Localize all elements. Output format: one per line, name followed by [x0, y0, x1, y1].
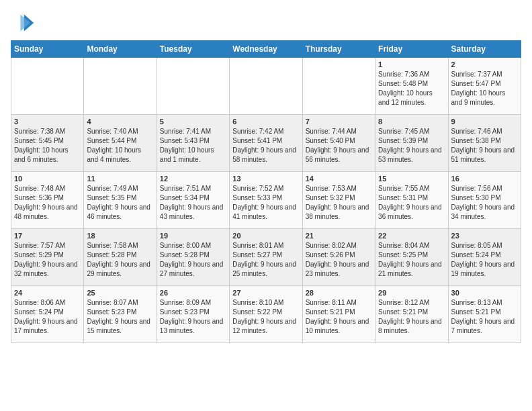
weekday-header: Sunday — [11, 41, 84, 58]
calendar-day: 23Sunrise: 8:05 AM Sunset: 5:24 PM Dayli… — [448, 229, 521, 286]
logo — [11, 11, 38, 35]
day-number: 15 — [378, 175, 445, 183]
day-info: Sunrise: 7:37 AM Sunset: 5:47 PM Dayligh… — [451, 70, 518, 107]
calendar-day — [84, 58, 157, 115]
day-number: 8 — [378, 118, 445, 126]
day-info: Sunrise: 7:41 AM Sunset: 5:43 PM Dayligh… — [160, 127, 226, 165]
calendar-day: 2Sunrise: 7:37 AM Sunset: 5:47 PM Daylig… — [448, 58, 521, 115]
calendar-day: 26Sunrise: 8:09 AM Sunset: 5:23 PM Dayli… — [157, 286, 229, 343]
calendar-day: 20Sunrise: 8:01 AM Sunset: 5:27 PM Dayli… — [230, 229, 302, 286]
calendar-day — [230, 58, 302, 115]
weekday-header: Wednesday — [230, 41, 302, 58]
day-info: Sunrise: 8:10 AM Sunset: 5:22 PM Dayligh… — [232, 298, 299, 336]
day-number: 16 — [451, 175, 518, 183]
calendar-day — [302, 58, 375, 115]
day-number: 27 — [232, 289, 299, 297]
day-info: Sunrise: 8:05 AM Sunset: 5:24 PM Dayligh… — [451, 241, 518, 279]
calendar-day: 19Sunrise: 8:00 AM Sunset: 5:28 PM Dayli… — [157, 229, 229, 286]
day-info: Sunrise: 7:49 AM Sunset: 5:35 PM Dayligh… — [87, 184, 153, 222]
day-info: Sunrise: 7:46 AM Sunset: 5:38 PM Dayligh… — [451, 127, 518, 165]
day-info: Sunrise: 7:36 AM Sunset: 5:48 PM Dayligh… — [378, 70, 445, 107]
calendar-day: 21Sunrise: 8:02 AM Sunset: 5:26 PM Dayli… — [302, 229, 375, 286]
day-info: Sunrise: 7:44 AM Sunset: 5:40 PM Dayligh… — [306, 127, 372, 165]
calendar-table: SundayMondayTuesdayWednesdayThursdayFrid… — [11, 40, 521, 343]
day-number: 24 — [14, 289, 81, 297]
calendar-day: 5Sunrise: 7:41 AM Sunset: 5:43 PM Daylig… — [157, 115, 229, 172]
day-info: Sunrise: 8:00 AM Sunset: 5:28 PM Dayligh… — [160, 241, 226, 279]
day-number: 26 — [160, 289, 226, 297]
day-number: 12 — [160, 175, 226, 183]
calendar-day: 3Sunrise: 7:38 AM Sunset: 5:45 PM Daylig… — [11, 115, 84, 172]
day-number: 20 — [232, 232, 299, 240]
day-number: 17 — [14, 232, 81, 240]
calendar-day: 8Sunrise: 7:45 AM Sunset: 5:39 PM Daylig… — [375, 115, 448, 172]
day-number: 29 — [378, 289, 445, 297]
day-info: Sunrise: 7:38 AM Sunset: 5:45 PM Dayligh… — [14, 127, 81, 165]
calendar-day: 28Sunrise: 8:11 AM Sunset: 5:21 PM Dayli… — [302, 286, 375, 343]
day-info: Sunrise: 8:02 AM Sunset: 5:26 PM Dayligh… — [306, 241, 372, 279]
day-number: 22 — [378, 232, 445, 240]
day-number: 7 — [306, 118, 372, 126]
day-number: 14 — [306, 175, 372, 183]
calendar-day: 18Sunrise: 7:58 AM Sunset: 5:28 PM Dayli… — [84, 229, 157, 286]
calendar-day: 15Sunrise: 7:55 AM Sunset: 5:31 PM Dayli… — [375, 172, 448, 229]
day-number: 1 — [378, 60, 445, 68]
day-info: Sunrise: 7:42 AM Sunset: 5:41 PM Dayligh… — [232, 127, 299, 165]
weekday-header: Tuesday — [157, 41, 229, 58]
calendar-week: 3Sunrise: 7:38 AM Sunset: 5:45 PM Daylig… — [11, 115, 521, 172]
day-info: Sunrise: 7:52 AM Sunset: 5:33 PM Dayligh… — [232, 184, 299, 222]
day-info: Sunrise: 7:56 AM Sunset: 5:30 PM Dayligh… — [451, 184, 518, 222]
day-info: Sunrise: 7:58 AM Sunset: 5:28 PM Dayligh… — [87, 241, 153, 279]
day-number: 30 — [451, 289, 518, 297]
day-number: 11 — [87, 175, 153, 183]
day-info: Sunrise: 7:57 AM Sunset: 5:29 PM Dayligh… — [14, 241, 81, 279]
day-number: 3 — [14, 118, 81, 126]
day-info: Sunrise: 8:06 AM Sunset: 5:24 PM Dayligh… — [14, 298, 81, 336]
day-number: 4 — [87, 118, 153, 126]
calendar-day: 7Sunrise: 7:44 AM Sunset: 5:40 PM Daylig… — [302, 115, 375, 172]
weekday-header: Friday — [375, 41, 448, 58]
calendar-day: 24Sunrise: 8:06 AM Sunset: 5:24 PM Dayli… — [11, 286, 84, 343]
day-info: Sunrise: 8:11 AM Sunset: 5:21 PM Dayligh… — [306, 298, 372, 336]
calendar-day: 27Sunrise: 8:10 AM Sunset: 5:22 PM Dayli… — [230, 286, 302, 343]
calendar-day: 14Sunrise: 7:53 AM Sunset: 5:32 PM Dayli… — [302, 172, 375, 229]
calendar-day: 4Sunrise: 7:40 AM Sunset: 5:44 PM Daylig… — [84, 115, 157, 172]
day-number: 9 — [451, 118, 518, 126]
day-info: Sunrise: 7:55 AM Sunset: 5:31 PM Dayligh… — [378, 184, 445, 222]
day-info: Sunrise: 8:09 AM Sunset: 5:23 PM Dayligh… — [160, 298, 226, 336]
day-info: Sunrise: 7:53 AM Sunset: 5:32 PM Dayligh… — [306, 184, 372, 222]
day-info: Sunrise: 7:48 AM Sunset: 5:36 PM Dayligh… — [14, 184, 81, 222]
calendar-day: 22Sunrise: 8:04 AM Sunset: 5:25 PM Dayli… — [375, 229, 448, 286]
calendar-day: 30Sunrise: 8:13 AM Sunset: 5:21 PM Dayli… — [448, 286, 521, 343]
calendar-day: 12Sunrise: 7:51 AM Sunset: 5:34 PM Dayli… — [157, 172, 229, 229]
calendar-week: 1Sunrise: 7:36 AM Sunset: 5:48 PM Daylig… — [11, 58, 521, 115]
weekday-header: Monday — [84, 41, 157, 58]
day-number: 10 — [14, 175, 81, 183]
day-info: Sunrise: 8:04 AM Sunset: 5:25 PM Dayligh… — [378, 241, 445, 279]
day-number: 2 — [451, 60, 518, 68]
day-info: Sunrise: 8:07 AM Sunset: 5:23 PM Dayligh… — [87, 298, 153, 336]
day-number: 5 — [160, 118, 226, 126]
day-number: 25 — [87, 289, 153, 297]
day-info: Sunrise: 8:13 AM Sunset: 5:21 PM Dayligh… — [451, 298, 518, 336]
calendar-day: 16Sunrise: 7:56 AM Sunset: 5:30 PM Dayli… — [448, 172, 521, 229]
calendar-header: SundayMondayTuesdayWednesdayThursdayFrid… — [11, 41, 521, 58]
day-number: 28 — [306, 289, 372, 297]
day-info: Sunrise: 7:40 AM Sunset: 5:44 PM Dayligh… — [87, 127, 153, 165]
logo-icon — [11, 11, 35, 35]
day-number: 13 — [232, 175, 299, 183]
weekday-header: Saturday — [448, 41, 521, 58]
day-info: Sunrise: 8:01 AM Sunset: 5:27 PM Dayligh… — [232, 241, 299, 279]
calendar-day: 6Sunrise: 7:42 AM Sunset: 5:41 PM Daylig… — [230, 115, 302, 172]
calendar-day: 9Sunrise: 7:46 AM Sunset: 5:38 PM Daylig… — [448, 115, 521, 172]
calendar-day — [11, 58, 84, 115]
day-info: Sunrise: 7:51 AM Sunset: 5:34 PM Dayligh… — [160, 184, 226, 222]
day-info: Sunrise: 8:12 AM Sunset: 5:21 PM Dayligh… — [378, 298, 445, 336]
calendar-week: 10Sunrise: 7:48 AM Sunset: 5:36 PM Dayli… — [11, 172, 521, 229]
calendar-day: 10Sunrise: 7:48 AM Sunset: 5:36 PM Dayli… — [11, 172, 84, 229]
day-number: 18 — [87, 232, 153, 240]
day-number: 19 — [160, 232, 226, 240]
calendar-day: 17Sunrise: 7:57 AM Sunset: 5:29 PM Dayli… — [11, 229, 84, 286]
day-info: Sunrise: 7:45 AM Sunset: 5:39 PM Dayligh… — [378, 127, 445, 165]
calendar-week: 17Sunrise: 7:57 AM Sunset: 5:29 PM Dayli… — [11, 229, 521, 286]
